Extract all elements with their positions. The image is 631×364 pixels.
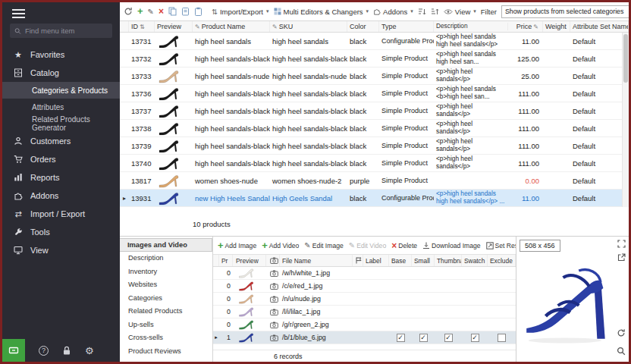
table-row[interactable]: 13740 high heel sandals-black-38high hee…: [120, 155, 622, 172]
column-header-swatch[interactable]: Swatch: [462, 255, 488, 266]
sidebar-item-orders[interactable]: Orders: [2, 150, 120, 168]
copy-icon[interactable]: [168, 7, 177, 16]
table-row[interactable]: 13731 high heel sandalshigh heel sandals…: [120, 33, 622, 50]
refresh-icon[interactable]: [124, 7, 133, 16]
image-row[interactable]: ▸1 /b/1/blue_6.jpg✓✓✓✓: [213, 331, 516, 344]
tab-websites[interactable]: Websites: [120, 278, 212, 292]
view-menu[interactable]: View▾: [444, 8, 476, 16]
sort-desc-icon[interactable]: [431, 8, 439, 16]
fullscreen-icon[interactable]: [617, 240, 626, 248]
sort-asc-icon[interactable]: [418, 8, 426, 16]
import-export-menu[interactable]: ⇅ Import/Export▾: [212, 8, 269, 16]
column-header-image-preview[interactable]: Preview: [233, 255, 266, 266]
checkbox[interactable]: ✓: [471, 334, 479, 342]
tab-up-sells[interactable]: Up-sells: [120, 318, 212, 331]
sidebar-item-tools[interactable]: Tools: [2, 223, 120, 241]
column-header-flag[interactable]: [353, 255, 363, 266]
sidebar-item-import-export[interactable]: ⇄ Import / Export: [2, 205, 120, 223]
column-header-camera[interactable]: [266, 255, 280, 266]
column-header-id[interactable]: ID⇅: [129, 21, 155, 32]
delete-image-button[interactable]: ×Delete: [391, 242, 417, 249]
column-header-label[interactable]: Label: [363, 255, 389, 266]
download-image-button[interactable]: Download Image: [422, 242, 481, 249]
sidebar-item-categories-products[interactable]: Categories & Products: [2, 82, 120, 99]
column-header-exclude[interactable]: Exclude: [488, 255, 516, 266]
column-header-base[interactable]: Base: [389, 255, 412, 266]
tab-product-reviews[interactable]: Product Reviews: [120, 344, 212, 358]
image-row[interactable]: 0 /g/r/green_2.jpg: [213, 318, 516, 331]
column-header-color[interactable]: Color: [347, 21, 379, 32]
column-header-small[interactable]: Small: [412, 255, 435, 266]
table-row[interactable]: 13737 high heel sandals-black-36high hee…: [120, 102, 622, 120]
menu-toggle-icon[interactable]: [12, 9, 25, 18]
table-row[interactable]: 13738 high heel sandals-black-37high hee…: [120, 120, 622, 137]
edit-image-button[interactable]: ✎Edit Image: [304, 241, 343, 249]
column-header-thumbnail[interactable]: Thumbna: [435, 255, 462, 266]
add-image-button[interactable]: +Add Image: [218, 242, 256, 249]
table-row[interactable]: ▸13931 new High Heels SandalsHigh Geels …: [120, 190, 622, 207]
add-video-button[interactable]: +Add Video: [262, 242, 299, 249]
category-filter-select[interactable]: Show products from selected categories▾: [501, 5, 629, 18]
sidebar-item-reports[interactable]: Reports: [2, 168, 120, 187]
cell-attribute-set: Default: [570, 177, 622, 185]
addons-menu[interactable]: Addons▾: [373, 8, 413, 16]
column-header-price[interactable]: Price✎: [508, 21, 543, 32]
tab-cross-sells[interactable]: Cross-sells: [120, 331, 212, 345]
rotate-icon[interactable]: [617, 328, 626, 337]
menu-search-input[interactable]: [25, 27, 108, 35]
tab-images-and-video[interactable]: Images and Video: [120, 238, 212, 252]
column-header-file-name[interactable]: File Name: [280, 255, 353, 266]
column-header-product-name[interactable]: ✎Product Name: [193, 21, 270, 32]
tab-inventory[interactable]: Inventory: [120, 265, 212, 278]
column-header-weight[interactable]: Weight: [543, 21, 570, 32]
help-button[interactable]: ?: [39, 346, 49, 356]
image-row[interactable]: 0 /n/u/nude.jpg: [213, 293, 516, 306]
column-header-description[interactable]: Description: [434, 23, 508, 30]
cell-id: 13732: [129, 55, 155, 63]
add-product-icon[interactable]: +: [137, 8, 143, 15]
sidebar-item-addons[interactable]: Addons: [2, 187, 120, 205]
tab-related-products[interactable]: Related Products: [120, 305, 212, 318]
checkbox[interactable]: ✓: [444, 334, 453, 342]
column-header-type[interactable]: Type: [379, 21, 434, 32]
column-header-attribute-set[interactable]: Attribute Set Name: [570, 21, 629, 32]
checkbox[interactable]: [498, 334, 506, 342]
sidebar-item-attributes[interactable]: Attributes: [2, 99, 120, 115]
image-row[interactable]: 0 /c/e/red_1.jpg: [213, 280, 516, 293]
multi-editors-menu[interactable]: Multi Editors & Changers▾: [274, 8, 369, 16]
image-row[interactable]: 0 /l/i/lilac_1.jpg: [213, 306, 516, 318]
tab-description[interactable]: Description: [120, 252, 212, 265]
image-size-field[interactable]: 508 x 456: [520, 240, 560, 252]
column-header-position[interactable]: Pr: [219, 255, 233, 266]
sidebar-item-catalog[interactable]: Catalog: [2, 64, 120, 82]
pos-button[interactable]: [2, 339, 25, 362]
cell-color: black: [347, 37, 379, 46]
settings-button[interactable]: ⚙: [85, 345, 94, 356]
edit-product-icon[interactable]: ✎: [148, 8, 154, 16]
table-row[interactable]: 13739 high heel sandals-black-37high hee…: [120, 137, 622, 155]
cell-price: 11.00: [508, 37, 543, 46]
table-row[interactable]: 13817 women shoes-nudewomen shoes-nude-2…: [120, 172, 622, 190]
sidebar-item-view[interactable]: View: [2, 241, 120, 259]
checkbox[interactable]: ✓: [419, 334, 428, 342]
set-resize-rule-button[interactable]: Set Resize Rule: [486, 242, 516, 249]
grid-scrollbar-thumb[interactable]: [623, 34, 628, 83]
delete-product-icon[interactable]: ×: [159, 8, 164, 15]
tab-categories[interactable]: Categories: [120, 291, 212, 305]
edit-video-button[interactable]: ✎Edit Video: [349, 241, 386, 249]
image-row[interactable]: 0 /w/h/white_1.jpg: [213, 267, 516, 280]
table-row[interactable]: 13732 high heel sandals-blackhigh heel s…: [120, 50, 622, 67]
sidebar-item-favorites[interactable]: ★ Favorites: [2, 46, 120, 64]
clipboard-icon[interactable]: [194, 7, 202, 16]
table-row[interactable]: 13736 high heel sandals-black-36high hee…: [120, 85, 622, 102]
zoom-icon[interactable]: [617, 347, 626, 356]
sidebar-item-related-products-generator[interactable]: Related Products Generator: [2, 115, 120, 132]
checkbox[interactable]: ✓: [397, 334, 405, 342]
column-header-sku[interactable]: ✎SKU: [270, 21, 347, 32]
grid-scrollbar[interactable]: [622, 33, 629, 207]
duplicate-icon[interactable]: [181, 7, 190, 16]
sidebar-item-customers[interactable]: Customers: [2, 132, 120, 150]
lock-button[interactable]: [62, 346, 71, 356]
table-row[interactable]: 13733 high heel sandals-nudehigh heel sa…: [120, 67, 622, 85]
column-header-preview[interactable]: Preview: [155, 21, 193, 32]
